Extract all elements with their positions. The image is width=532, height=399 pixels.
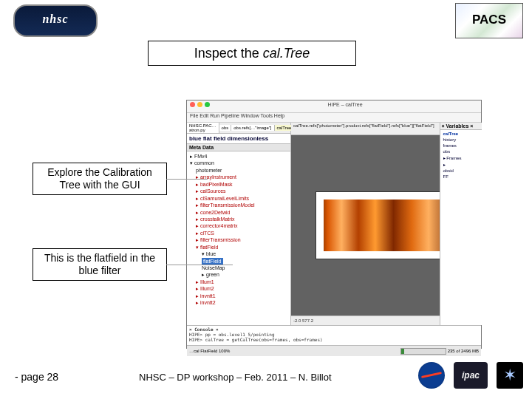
cal-tree[interactable]: ▸ FMv4▾ commonphotometer▸ arrayInstrumen… [187,151,290,325]
tree-item[interactable]: ▸ arrayInstrument [196,174,289,180]
variable-item[interactable]: ▸ [442,161,480,168]
explorer-logo [497,362,523,389]
footer-text: NHSC – DP workshop – Feb. 2011 – N. Bill… [139,372,332,383]
callout-flatfield: This is the flatfield in the blue filter [33,248,167,281]
ipac-logo: ipac [454,362,488,389]
callout-explore: Explore the Calibration Tree with the GU… [33,163,167,195]
console-line: HIPE> pp = obs.level1_5/pointing [189,332,479,337]
title-emph: cal.Tree [263,46,310,61]
nhsc-logo: nhsc [13,4,98,37]
page-number: - page 28 [15,371,58,383]
tree-item[interactable]: flatField [202,258,289,265]
image-viewer: calTree.refs["photometer"].product.refs[… [291,123,481,325]
tree-item[interactable]: ▸ clSamuraiLevelLimits [196,195,289,202]
tree-item[interactable]: ▸ green [202,271,289,278]
flatfield-image[interactable] [316,191,457,259]
editor-tabs[interactable]: NHSC.PAC…atron.pyobsobs.refs[…"image"]ca… [187,123,290,134]
variable-item[interactable]: obsid [442,168,480,174]
product-label: blue flat field dimensionless [187,134,290,143]
hipe-window: HIPE – calTree File Edit Run Pipeline Wi… [186,100,482,349]
tree-item[interactable]: ▸ invntt1 [196,293,289,299]
tree-item[interactable]: ▸ Illum1 [196,279,289,285]
tree-item[interactable]: ▸ invntt2 [196,299,289,306]
pacs-badge: PACS [455,3,523,38]
status-left: -2.0 577.2 [293,318,313,323]
tab[interactable]: NHSC.PAC…atron.py [187,123,219,133]
variables-title: × Variables × [440,123,482,130]
variable-item[interactable]: obs [442,149,480,154]
status-text: …cal FlatField 100% [189,349,230,353]
tree-item[interactable]: ▸ calSources [196,188,289,194]
footer-logos: ipac [418,362,523,389]
window-traffic-lights: HIPE – calTree [187,100,481,113]
variable-item[interactable]: ▸ Frames [442,154,480,161]
variable-item[interactable]: frames [442,143,480,149]
tree-item[interactable]: ▸ clTCS [196,230,289,236]
window-title: HIPE – calTree [212,102,478,111]
pacs-label: PACS [456,13,522,27]
console-title: × Console × [189,327,219,332]
nasa-logo [418,362,445,389]
tree-item[interactable]: ▸ corrector4matrix [196,222,289,229]
variable-item[interactable]: history [442,137,480,143]
tree-item[interactable]: ▾ common [190,160,289,166]
variable-item[interactable]: calTree [442,131,480,137]
console[interactable]: × Console × HIPE> pp = obs.level1_5/poin… [187,325,481,345]
memory-text: 235 of 2496 MB [448,349,479,353]
left-panel: NHSC.PAC…atron.pyobsobs.refs[…"image"]ca… [187,123,291,325]
tree-item[interactable]: ▾ flatField [196,244,289,250]
tab[interactable]: obs [219,125,232,131]
menubar[interactable]: File Edit Run Pipeline Window Tools Help [187,113,481,123]
meta-header: Meta Data [187,143,290,151]
tab[interactable]: obs.refs[…"image"] [231,125,274,131]
variable-item[interactable]: FF [442,174,480,180]
variables-panel: × Variables × calTreehistoryframesobs▸ F… [440,123,482,325]
tree-item[interactable]: ▸ badPixelMask [196,181,289,188]
memory-bar [400,348,446,355]
tree-item[interactable]: ▸ crosstalkMatrix [196,216,289,222]
slide-title: Inspect the cal.Tree [148,41,356,66]
tree-item[interactable]: NoiseMap [202,265,289,271]
tree-item[interactable]: ▸ filterTransmissionModel [196,202,289,208]
title-prefix: Inspect the [194,46,263,61]
tree-item[interactable]: ▸ filterTransmission [196,236,289,243]
console-line: HIPE> calTree = getCalTree(obs=frames, o… [189,337,479,342]
tree-item[interactable]: photometer [196,167,289,174]
tree-item[interactable]: ▾ blue [202,250,289,257]
tree-item[interactable]: ▸ Illum2 [196,285,289,292]
tree-item[interactable]: ▸ cone2Detwid [196,209,289,216]
bottom-statusbar: …cal FlatField 100% 235 of 2496 MB [187,345,481,356]
tree-item[interactable]: ▸ FMv4 [190,153,289,160]
